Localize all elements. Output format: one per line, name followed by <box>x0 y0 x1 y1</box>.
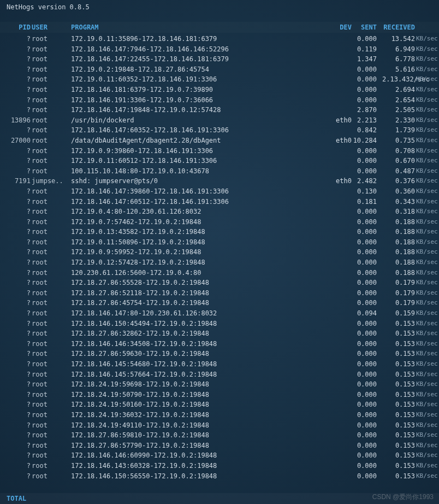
cell-sent: 0.000 <box>348 329 377 339</box>
cell-recv: 0.188 <box>382 227 415 237</box>
cell-user: root <box>32 461 48 471</box>
table-row: ?root172.18.146.147:60352-172.18.146.191… <box>0 125 439 136</box>
cell-program: 172.19.0.11:50896-172.19.0.2:19848 <box>71 237 205 248</box>
cell-program: 172.18.24.19:59698-172.19.0.2:19848 <box>71 379 209 390</box>
cell-sent: 0.094 <box>348 308 377 319</box>
cell-unit: KB/sec <box>416 430 438 441</box>
cell-pid: ? <box>5 34 31 44</box>
cell-sent: 0.181 <box>348 197 377 207</box>
cell-program: 172.18.146.145:54680-172.19.0.2:19848 <box>71 359 217 370</box>
cell-program: 172.19.0.11:35896-172.18.146.181:6379 <box>71 34 217 44</box>
cell-recv: 0.188 <box>382 247 415 257</box>
cell-user: root <box>32 186 48 197</box>
cell-sent: 0.000 <box>348 207 377 217</box>
cell-recv: 0.318 <box>382 207 415 217</box>
cell-recv: 2.505 <box>382 105 415 115</box>
cell-pid: ? <box>5 95 31 106</box>
cell-pid: ? <box>5 105 31 115</box>
table-row: 13896root/usr/bin/dockerdeth02.2132.330K… <box>0 115 439 126</box>
cell-unit: KB/sec <box>416 95 438 106</box>
table-row: ?root172.19.0.7:57462-172.19.0.2:198480.… <box>0 217 439 227</box>
cell-program: 172.18.146.147:39860-172.18.146.191:3306 <box>71 186 229 197</box>
table-row: ?root172.18.146.191:3306-172.19.0.7:3606… <box>0 95 439 106</box>
table-row: ?root172.18.27.86:45754-172.19.0.2:19848… <box>0 298 439 308</box>
cell-unit: KB/sec <box>416 156 438 166</box>
cell-user: root <box>32 146 48 156</box>
cell-sent: 0.000 <box>348 450 377 461</box>
cell-unit: KB/sec <box>416 450 438 461</box>
cell-sent: 0.000 <box>348 441 377 451</box>
cell-user: root <box>32 471 48 482</box>
cell-sent: 0.000 <box>348 430 377 441</box>
cell-user: root <box>32 115 48 126</box>
cell-pid: ? <box>5 74 31 85</box>
cell-user: root <box>32 298 48 308</box>
cell-recv: 0.153 <box>382 319 415 329</box>
cell-pid: ? <box>5 349 31 359</box>
cell-user: root <box>32 400 48 410</box>
cell-sent: 0.000 <box>348 166 377 177</box>
cell-program: 172.18.146.145:57664-172.19.0.2:19848 <box>71 370 217 380</box>
cell-unit: KB/sec <box>416 176 438 186</box>
cell-sent: 0.842 <box>348 125 377 136</box>
cell-sent: 2.482 <box>348 176 377 186</box>
cell-program: 172.18.146.147:22455-172.18.146.181:6379 <box>71 54 229 65</box>
cell-program: 172.18.27.86:59810-172.19.0.2:19848 <box>71 430 209 441</box>
cell-user: root <box>32 359 48 370</box>
cell-recv: 0.153 <box>382 430 415 441</box>
cell-user: jumpse.. <box>32 176 63 186</box>
cell-pid: ? <box>5 146 31 156</box>
cell-sent: 0.000 <box>348 34 377 44</box>
cell-pid: ? <box>5 217 31 227</box>
cell-sent: 0.000 <box>348 298 377 308</box>
table-row: ?root172.19.0.11:60352-172.18.146.191:33… <box>0 74 439 85</box>
cell-user: root <box>32 430 48 441</box>
cell-program: 172.19.0.9:39860-172.18.146.191:3306 <box>71 146 213 156</box>
cell-pid: ? <box>5 390 31 400</box>
cell-recv: 0.487 <box>382 166 415 177</box>
cell-unit: KB/sec <box>416 379 438 390</box>
cell-user: root <box>32 329 48 339</box>
cell-pid: ? <box>5 207 31 217</box>
cell-sent: 0.130 <box>348 186 377 197</box>
cell-unit: KB/sec <box>416 319 438 329</box>
cell-recv: 0.179 <box>382 278 415 288</box>
cell-recv: 0.153 <box>382 359 415 370</box>
table-row: ?root172.18.146.145:54680-172.19.0.2:198… <box>0 359 439 370</box>
cell-unit: KB/sec <box>416 329 438 339</box>
table-row: ?root172.19.0.12:57428-172.19.0.2:198480… <box>0 257 439 268</box>
cell-unit: KB/sec <box>416 298 438 308</box>
cell-pid: 7191 <box>5 176 31 186</box>
cell-program: 172.18.27.86:52118-172.19.0.2:19848 <box>71 288 209 298</box>
cell-pid: ? <box>5 370 31 380</box>
cell-sent: 0.000 <box>348 319 377 329</box>
cell-program: 172.19.0.7:57462-172.19.0.2:19848 <box>71 217 201 227</box>
cell-pid: ? <box>5 430 31 441</box>
cell-pid: ? <box>5 125 31 136</box>
cell-recv: 2.694 <box>382 85 415 95</box>
cell-sent: 10.284 <box>348 136 377 146</box>
cell-recv: 2.654 <box>382 95 415 106</box>
cell-user: root <box>32 450 48 461</box>
table-row: ?root172.19.0.4:80-120.230.61.126:80320.… <box>0 207 439 217</box>
table-row: ?root172.18.146.147:60512-172.18.146.191… <box>0 197 439 207</box>
cell-recv: 0.188 <box>382 268 415 278</box>
cell-pid: ? <box>5 420 31 431</box>
cell-pid: ? <box>5 288 31 298</box>
cell-sent: 0.000 <box>348 370 377 380</box>
cell-recv: 0.153 <box>382 349 415 359</box>
table-row: ?root172.19.0.11:50896-172.19.0.2:198480… <box>0 237 439 248</box>
cell-user: root <box>32 34 48 44</box>
cell-program: 172.18.146.150:56550-172.19.0.2:19848 <box>71 471 217 482</box>
cell-program: 172.18.146.147:19848-172.19.0.12:57428 <box>71 105 221 115</box>
cell-recv: 0.343 <box>382 197 415 207</box>
cell-pid: ? <box>5 186 31 197</box>
cell-sent: 0.000 <box>348 400 377 410</box>
cell-recv: 0.153 <box>382 329 415 339</box>
table-row: ?root172.19.0.11:35896-172.18.146.181:63… <box>0 34 439 44</box>
cell-pid: ? <box>5 450 31 461</box>
cell-unit: KB/sec <box>416 65 438 75</box>
cell-pid: ? <box>5 329 31 339</box>
cell-recv: 2.13.432/sec <box>382 74 415 85</box>
cell-sent: 1.347 <box>348 54 377 65</box>
